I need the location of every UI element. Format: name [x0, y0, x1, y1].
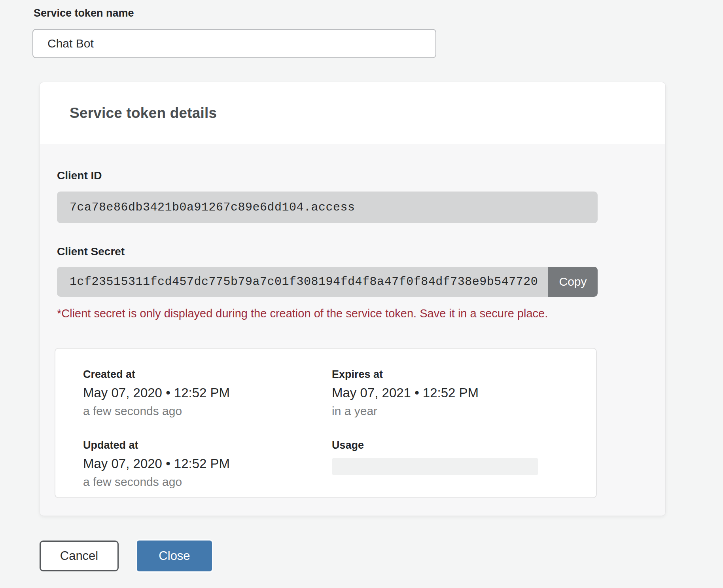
expires-at-label: Expires at	[332, 368, 596, 381]
card-body: Client ID 7ca78e86db3421b0a91267c89e6dd1…	[40, 144, 665, 516]
updated-at-relative: a few seconds ago	[83, 475, 332, 489]
metadata-card: Created at May 07, 2020 • 12:52 PM a few…	[55, 348, 597, 498]
card-title: Service token details	[70, 105, 217, 121]
updated-at-value: May 07, 2020 • 12:52 PM	[83, 456, 332, 471]
created-at-relative: a few seconds ago	[83, 404, 332, 418]
client-id-label: Client ID	[57, 169, 665, 182]
client-secret-value: 1cf23515311fcd457dc775b79a7c01f308194fd4…	[70, 275, 538, 288]
usage-skeleton	[332, 458, 538, 475]
client-id-box: 7ca78e86db3421b0a91267c89e6dd104.access	[57, 192, 598, 223]
expires-at-value: May 07, 2021 • 12:52 PM	[332, 385, 596, 400]
service-token-name-input[interactable]	[32, 29, 436, 58]
usage-label: Usage	[332, 439, 596, 451]
service-token-details-card: Service token details Client ID 7ca78e86…	[40, 82, 666, 516]
service-token-page: Service token name Service token details…	[0, 0, 723, 588]
metadata-grid: Created at May 07, 2020 • 12:52 PM a few…	[83, 368, 596, 510]
created-at-label: Created at	[83, 368, 332, 381]
service-token-name-label: Service token name	[34, 7, 723, 19]
client-secret-label: Client Secret	[57, 245, 665, 258]
expires-at-relative: in a year	[332, 404, 596, 418]
secret-warning: *Client secret is only displayed during …	[57, 307, 665, 320]
card-header: Service token details	[40, 82, 665, 144]
created-at-item: Created at May 07, 2020 • 12:52 PM a few…	[83, 368, 332, 418]
created-at-value: May 07, 2020 • 12:52 PM	[83, 385, 332, 400]
client-id-value: 7ca78e86db3421b0a91267c89e6dd104.access	[70, 201, 355, 214]
close-button[interactable]: Close	[137, 541, 212, 571]
updated-at-label: Updated at	[83, 439, 332, 451]
updated-at-item: Updated at May 07, 2020 • 12:52 PM a few…	[83, 439, 332, 489]
client-secret-box: 1cf23515311fcd457dc775b79a7c01f308194fd4…	[57, 267, 548, 297]
actions-row: Cancel Close	[40, 541, 723, 583]
client-secret-row: 1cf23515311fcd457dc775b79a7c01f308194fd4…	[57, 267, 598, 297]
copy-button[interactable]: Copy	[548, 267, 598, 297]
usage-item: Usage	[332, 439, 596, 489]
cancel-button[interactable]: Cancel	[40, 541, 119, 571]
expires-at-item: Expires at May 07, 2021 • 12:52 PM in a …	[332, 368, 596, 418]
